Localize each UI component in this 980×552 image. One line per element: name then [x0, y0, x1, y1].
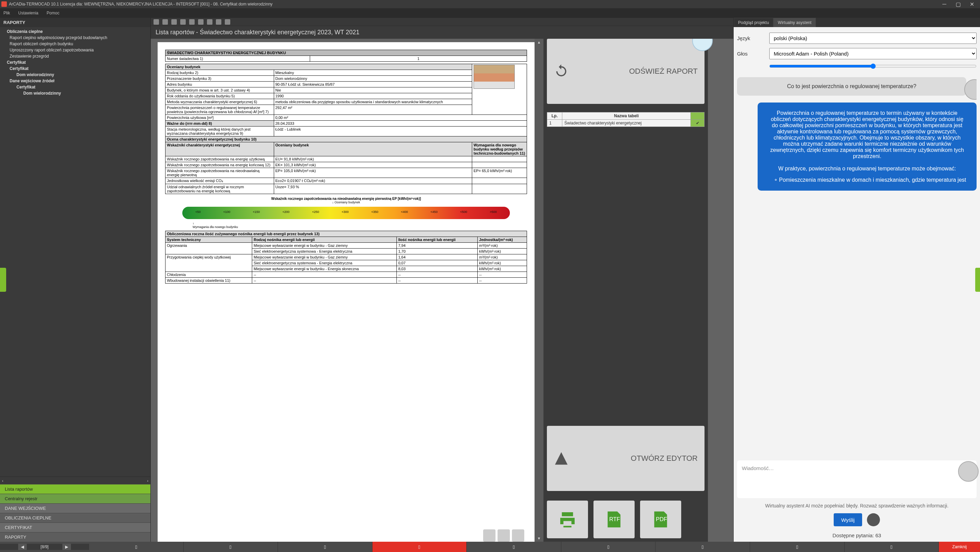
right-collapse-handle[interactable]	[975, 268, 980, 292]
doc-toolbar-icon[interactable]	[171, 19, 177, 25]
doc-vertical-scrollbar[interactable]: ▲ ▼	[535, 39, 544, 542]
tab-virtual-assistant[interactable]: Wirtualny asystent	[773, 18, 816, 27]
tree-dom-wielorodzinny-2[interactable]: Dom wielorodzinny	[0, 90, 150, 96]
bottom-seg[interactable]: ▯	[750, 542, 845, 552]
svg-text:RTF: RTF	[609, 516, 620, 522]
doc-toolbar-icon[interactable]	[180, 19, 186, 25]
input-user-avatar-icon	[958, 461, 978, 482]
bottom-seg[interactable]: ▯	[89, 542, 184, 552]
doc-toolbar-icon[interactable]	[189, 19, 195, 25]
page-next[interactable]: ▶	[62, 544, 71, 550]
send-button[interactable]: Wyślij	[834, 513, 862, 526]
tree-obliczenia-cieplne[interactable]: Obliczenia cieplne	[0, 29, 150, 35]
tree-raport-cieplno[interactable]: Raport cieplno wilgotnościowy przegród b…	[0, 35, 150, 41]
available-questions: Dostępne pytania: 63	[737, 533, 977, 538]
btab-certyfikat[interactable]: CERTYFIKAT	[0, 523, 150, 532]
page-indicator: [8/9]	[40, 544, 48, 549]
btab-raporty[interactable]: RAPORTY	[0, 532, 150, 542]
titlebar: ArCADia-TERMOCAD 10.1 Licencja dla: WEWN…	[0, 0, 980, 8]
mic-button[interactable]	[867, 513, 880, 526]
tree-zestawienie[interactable]: Zestawienie przegród	[0, 53, 150, 59]
tree-certyfikat-root[interactable]: Certyfikat	[0, 59, 150, 65]
menu-settings[interactable]: Ustawienia	[18, 11, 38, 16]
voice-select[interactable]: Microsoft Adam - Polish (Poland)	[769, 48, 977, 59]
btab-centralny-rejestr[interactable]: Centralny rejestr	[0, 494, 150, 503]
btab-lista-raportow[interactable]: Lista raportów	[0, 484, 150, 494]
tree-certyfikat-2[interactable]: Certyfikat	[0, 84, 150, 90]
page-nav-btn[interactable]	[512, 530, 524, 542]
bottom-seg[interactable]: ▯	[561, 542, 656, 552]
app-logo	[2, 2, 7, 7]
building-photo	[474, 65, 515, 89]
btab-dane-wejsciowe[interactable]: DANE WEJŚCIOWE	[0, 503, 150, 513]
export-pdf-button[interactable]: PDF	[640, 501, 681, 538]
report-list-header: Lista raportów - Świadectwo charakteryst…	[151, 26, 733, 39]
energy-rating-bar: <50<100<150 <200<250<300 <350<400<450 <5…	[182, 207, 510, 219]
tab-project-preview[interactable]: Podgląd projektu	[733, 18, 773, 27]
window-minimize[interactable]: ─	[937, 0, 951, 8]
menu-file[interactable]: Plik	[3, 11, 10, 16]
chat-user-bubble: Co to jest powierzchnia o regulowanej te…	[737, 77, 966, 96]
raporty-header: RAPORTY	[0, 18, 150, 27]
btab-obliczenia-cieplne[interactable]: OBLICZENIA CIEPLNE	[0, 513, 150, 523]
voice-label: Głos	[737, 51, 764, 57]
tree-dom-wielorodzinny[interactable]: Dom wielorodzinny	[0, 72, 150, 78]
doc-toolbar-icon[interactable]	[207, 19, 212, 25]
bottom-seg[interactable]: ▯	[467, 542, 561, 552]
chat-disclaimer: Wirtualny asystent AI może popełniać błę…	[737, 503, 977, 509]
doc-title: ŚWIADECTWO CHARAKTERYSTYKI ENERGETYCZNEJ…	[165, 50, 527, 56]
chat-bot-bubble: Powierzchnia o regulowanej temperaturze …	[757, 102, 977, 191]
voice-speed-slider[interactable]	[769, 64, 977, 69]
print-button[interactable]	[547, 501, 588, 538]
doc-toolbar-icon[interactable]	[216, 19, 221, 25]
close-button[interactable]: Zamknij	[939, 542, 980, 552]
svg-text:PDF: PDF	[656, 516, 667, 522]
window-maximize[interactable]: ▢	[951, 0, 965, 8]
lang-label: Język	[737, 35, 764, 41]
doc-toolbar-icon[interactable]	[225, 19, 230, 25]
page-nav-btn[interactable]	[483, 530, 495, 542]
tree-raport-obliczen[interactable]: Raport obliczeń cieplnych budynku	[0, 41, 150, 47]
tree-hscroll[interactable]: ‹›	[0, 477, 150, 484]
tree-uproszczony[interactable]: Uproszczony raport obliczeń zapotrzebowa…	[0, 47, 150, 53]
window-title: ArCADia-TERMOCAD 10.1 Licencja dla: WEWN…	[9, 2, 272, 6]
report-tree: Obliczenia cieplne Raport cieplno wilgot…	[0, 27, 150, 477]
refresh-icon	[554, 64, 569, 79]
menubar: Plik Ustawienia Pomoc	[0, 8, 980, 18]
tree-dane-wejsciowe[interactable]: Dane wejściowe źródeł	[0, 78, 150, 84]
editor-icon	[554, 451, 569, 466]
bottom-seg[interactable]: ▯	[845, 542, 939, 552]
left-collapse-handle[interactable]	[0, 268, 6, 292]
chat-input[interactable]: Wiadomość…	[737, 461, 977, 498]
window-close[interactable]: ✕	[965, 0, 978, 8]
refresh-report-label[interactable]: ODŚWIEŻ RAPORT	[629, 67, 698, 76]
doc-toolbar-icon[interactable]	[162, 19, 168, 25]
report-preview-page: ŚWIADECTWO CHARAKTERYSTYKI ENERGETYCZNEJ…	[158, 42, 535, 542]
bottom-seg-active[interactable]: ▯	[372, 542, 467, 552]
export-rtf-button[interactable]: RTF	[593, 501, 635, 538]
page-nav-btn[interactable]	[498, 530, 510, 542]
assistant-robot-icon[interactable]	[692, 39, 713, 51]
tree-certyfikat[interactable]: Certyfikat	[0, 65, 150, 72]
doc-toolbar-icon[interactable]	[154, 19, 159, 25]
bottom-seg[interactable]: ▯	[278, 542, 372, 552]
bottom-seg[interactable]: ▯	[655, 542, 750, 552]
bottom-seg[interactable]: ▯	[184, 542, 278, 552]
open-editor-label[interactable]: OTWÓRZ EDYTOR	[631, 454, 698, 463]
page-prev[interactable]: ◀	[18, 544, 27, 550]
menu-help[interactable]: Pomoc	[46, 11, 59, 16]
table-row[interactable]: 1Świadectwo charakterystyki energetyczne…	[547, 120, 705, 127]
lang-select[interactable]: polski (Polska)	[769, 33, 977, 44]
doc-toolbar-icon[interactable]	[198, 19, 204, 25]
